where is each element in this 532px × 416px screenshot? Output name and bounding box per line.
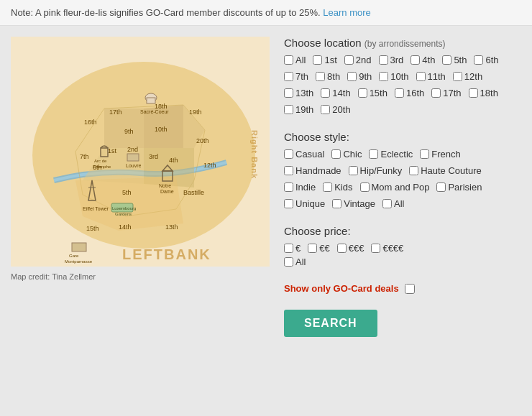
loc-5th-label[interactable]: 5th: [454, 55, 467, 65]
price-3-checkbox[interactable]: [337, 244, 347, 253]
style-unique-checkbox[interactable]: [284, 199, 293, 208]
loc-19th[interactable]: 19th: [284, 104, 313, 115]
style-indie-checkbox[interactable]: [284, 182, 293, 192]
loc-20th-checkbox[interactable]: [321, 105, 330, 114]
style-hipfunky[interactable]: Hip/Funky: [349, 165, 403, 176]
learn-more-link[interactable]: Learn more: [323, 7, 370, 18]
style-indie[interactable]: Indie: [284, 182, 316, 193]
loc-9th[interactable]: 9th: [347, 71, 372, 82]
loc-20th[interactable]: 20th: [321, 104, 350, 115]
style-casual-checkbox[interactable]: [284, 149, 293, 159]
style-eclectic-label[interactable]: Eclectic: [380, 149, 413, 160]
style-handmade[interactable]: Handmade: [284, 165, 341, 176]
loc-7th[interactable]: 7th: [284, 71, 308, 82]
loc-13th-label[interactable]: 13th: [295, 88, 313, 98]
style-chic-label[interactable]: Chic: [343, 149, 362, 160]
loc-7th-checkbox[interactable]: [284, 72, 293, 81]
price-4-checkbox[interactable]: [371, 244, 380, 253]
style-mompop-checkbox[interactable]: [360, 182, 370, 192]
loc-5th[interactable]: 5th: [442, 55, 467, 65]
loc-3rd-label[interactable]: 3rd: [390, 55, 404, 65]
style-kids[interactable]: Kids: [323, 182, 352, 193]
style-kids-checkbox[interactable]: [323, 182, 332, 192]
price-2-label[interactable]: €€: [319, 243, 329, 254]
loc-1st[interactable]: 1st: [313, 55, 336, 65]
loc-10th[interactable]: 10th: [379, 71, 408, 82]
loc-16th[interactable]: 16th: [395, 88, 424, 98]
style-eclectic[interactable]: Eclectic: [369, 149, 413, 160]
price-all-label[interactable]: All: [295, 256, 306, 267]
style-casual[interactable]: Casual: [284, 149, 324, 160]
style-eclectic-checkbox[interactable]: [369, 149, 378, 159]
style-kids-label[interactable]: Kids: [334, 182, 352, 193]
price-2[interactable]: €€: [308, 243, 329, 254]
price-2-checkbox[interactable]: [308, 244, 317, 253]
loc-19th-label[interactable]: 19th: [295, 104, 313, 115]
style-vintage-label[interactable]: Vintage: [344, 198, 375, 209]
price-4[interactable]: €€€€: [371, 243, 403, 254]
price-all-checkbox[interactable]: [284, 257, 293, 267]
style-indie-label[interactable]: Indie: [295, 182, 316, 193]
style-all-checkbox[interactable]: [382, 199, 392, 208]
style-handmade-checkbox[interactable]: [284, 166, 293, 175]
style-all-label[interactable]: All: [394, 198, 404, 209]
style-mom-and-pop[interactable]: Mom and Pop: [360, 182, 430, 193]
price-3-label[interactable]: €€€: [349, 243, 364, 254]
loc-1st-label[interactable]: 1st: [324, 55, 336, 65]
style-mompop-label[interactable]: Mom and Pop: [372, 182, 430, 193]
loc-16th-label[interactable]: 16th: [406, 88, 424, 98]
loc-2nd-label[interactable]: 2nd: [356, 55, 372, 65]
loc-all[interactable]: All: [284, 55, 306, 65]
search-button[interactable]: SEARCH: [284, 310, 377, 337]
loc-6th-label[interactable]: 6th: [485, 55, 498, 65]
loc-14th-label[interactable]: 14th: [332, 88, 350, 98]
style-hipfunky-checkbox[interactable]: [349, 166, 358, 175]
style-french[interactable]: French: [420, 149, 460, 160]
loc-13th[interactable]: 13th: [284, 88, 313, 98]
loc-4th-checkbox[interactable]: [411, 55, 420, 65]
loc-9th-checkbox[interactable]: [347, 72, 357, 81]
loc-11th[interactable]: 11th: [416, 71, 446, 82]
loc-12th-label[interactable]: 12th: [464, 71, 482, 82]
style-french-label[interactable]: French: [431, 149, 460, 160]
loc-all-label[interactable]: All: [295, 55, 306, 65]
loc-15th[interactable]: 15th: [358, 88, 387, 98]
style-all[interactable]: All: [382, 198, 404, 209]
loc-4th-label[interactable]: 4th: [422, 55, 435, 65]
loc-18th[interactable]: 18th: [469, 88, 498, 98]
price-1-checkbox[interactable]: [284, 244, 293, 253]
style-hipfunky-label[interactable]: Hip/Funky: [360, 165, 403, 176]
loc-2nd[interactable]: 2nd: [344, 55, 372, 65]
style-french-checkbox[interactable]: [420, 149, 429, 159]
style-vintage-checkbox[interactable]: [332, 199, 341, 208]
price-4-label[interactable]: €€€€: [382, 243, 403, 254]
style-parisien-label[interactable]: Parisien: [448, 182, 482, 193]
loc-15th-label[interactable]: 15th: [370, 88, 387, 98]
loc-17th-checkbox[interactable]: [431, 88, 441, 98]
price-1-label[interactable]: €: [295, 243, 301, 254]
loc-5th-checkbox[interactable]: [442, 55, 451, 65]
loc-6th-checkbox[interactable]: [474, 55, 483, 65]
style-unique-label[interactable]: Unique: [295, 198, 325, 209]
loc-17th-label[interactable]: 17th: [443, 88, 461, 98]
loc-11th-label[interactable]: 11th: [428, 71, 446, 82]
loc-19th-checkbox[interactable]: [284, 105, 293, 114]
go-card-checkbox[interactable]: [405, 284, 415, 294]
loc-8th-checkbox[interactable]: [316, 72, 325, 81]
style-haute-label[interactable]: Haute Couture: [421, 165, 482, 176]
loc-13th-checkbox[interactable]: [284, 88, 293, 98]
loc-18th-checkbox[interactable]: [469, 88, 478, 98]
loc-4th[interactable]: 4th: [411, 55, 435, 65]
style-chic-checkbox[interactable]: [331, 149, 341, 159]
style-chic[interactable]: Chic: [331, 149, 362, 160]
style-vintage[interactable]: Vintage: [332, 198, 375, 209]
loc-all-checkbox[interactable]: [284, 55, 293, 65]
loc-17th[interactable]: 17th: [431, 88, 461, 98]
loc-6th[interactable]: 6th: [474, 55, 498, 65]
style-haute[interactable]: Haute Couture: [409, 165, 482, 176]
style-unique[interactable]: Unique: [284, 198, 325, 209]
style-parisien-checkbox[interactable]: [436, 182, 446, 192]
loc-3rd-checkbox[interactable]: [379, 55, 388, 65]
loc-14th[interactable]: 14th: [321, 88, 350, 98]
loc-11th-checkbox[interactable]: [416, 72, 426, 81]
